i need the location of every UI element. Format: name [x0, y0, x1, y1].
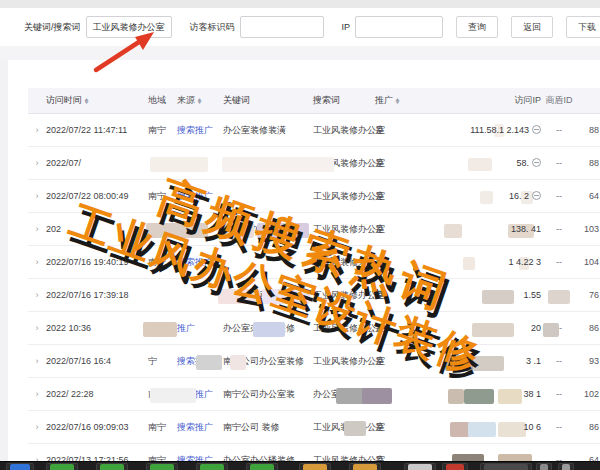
visit-time-cell: 2022/07/22 08:00:49 — [46, 191, 148, 201]
visit-ip-cell: 58. — [399, 158, 541, 168]
ip-filter-input[interactable] — [355, 16, 443, 38]
windows-taskbar[interactable] — [0, 461, 600, 470]
keyword-cell: 南宁公司 装修 — [223, 421, 313, 434]
column-header-source[interactable]: 来源▲▼ — [177, 94, 223, 107]
visitor-id-input[interactable] — [240, 16, 324, 38]
visit-time-cell: 2022/07/22 11:47:11 — [46, 125, 148, 135]
search-term-cell: 工业风装修办公室 — [313, 322, 375, 335]
shield-id-cell: -- — [541, 389, 577, 399]
promotion-cell: 是 — [375, 322, 399, 335]
visit-ip-cell: 16. 2 — [399, 191, 541, 201]
block-ip-icon[interactable] — [532, 125, 541, 134]
block-ip-icon[interactable] — [532, 158, 541, 167]
visit-time-cell: 202 — [46, 224, 148, 234]
source-link[interactable]: 搜索推广 — [177, 421, 223, 434]
promotion-cell: 是 — [375, 157, 399, 170]
search-term-cell: 工业风装修办公室 — [313, 157, 375, 170]
search-term-cell: 工业风装修办公室 — [313, 256, 375, 269]
promotion-cell: 是 — [375, 190, 399, 203]
folder-icon[interactable] — [353, 464, 377, 470]
query-button[interactable]: 查询 — [456, 16, 498, 38]
clipped-id-cell: 104 — [577, 257, 599, 267]
expand-row-icon[interactable]: › — [28, 191, 46, 201]
search-term-cell: 办公室 — [313, 388, 375, 401]
visits-table: 访问时间▲▼ 地域 来源▲▼ 关键词 搜索词 推广▲▼ 访问IP 商盾ID › … — [28, 88, 600, 470]
table-row: › 202 办公室办公楼装修 工业风装修办公室 是 138. 41 -- 103 — [28, 213, 600, 246]
sort-icon-source[interactable]: ▲▼ — [197, 98, 202, 104]
shield-id-cell: -- — [541, 356, 577, 366]
sort-icon-time[interactable]: ▲▼ — [84, 98, 89, 104]
source-link[interactable]: 搜索推广 — [177, 190, 223, 203]
column-header-time[interactable]: 访问时间▲▼ — [46, 94, 148, 107]
source-link[interactable]: 搜索推广 — [177, 355, 223, 368]
expand-row-icon[interactable]: › — [28, 389, 46, 399]
download-button[interactable]: 下载 — [566, 16, 600, 38]
promotion-cell: 是 — [375, 289, 399, 302]
shield-id-cell: -- — [541, 290, 577, 300]
tray-icon[interactable] — [540, 464, 548, 470]
app-icon-green[interactable] — [50, 464, 74, 470]
shield-id-cell: -- — [541, 125, 577, 135]
visitor-id-label: 访客标识码 — [190, 21, 235, 34]
app-icon-green[interactable] — [200, 464, 224, 470]
promotion-cell: 是 — [375, 388, 399, 401]
expand-row-icon[interactable]: › — [28, 356, 46, 366]
ie-icon[interactable] — [10, 464, 30, 470]
shield-id-cell: -- — [541, 158, 577, 168]
visit-time-cell: 2022 10:36 — [46, 323, 148, 333]
expand-row-icon[interactable]: › — [28, 224, 46, 234]
keyword-cell: 办公室装修装潢 — [223, 124, 313, 137]
promotion-cell: 是 — [375, 124, 399, 137]
visit-time-cell: 2022/07/16 19:40:19 — [46, 257, 148, 267]
page-left-gutter — [0, 60, 8, 462]
shield-id-cell: -- — [541, 224, 577, 234]
expand-row-icon[interactable]: › — [28, 323, 46, 333]
tray-icon[interactable] — [562, 464, 570, 470]
expand-row-icon[interactable]: › — [28, 158, 46, 168]
visit-ip-cell: 1.55 — [399, 290, 541, 300]
region-cell: 南宁 — [148, 388, 177, 401]
block-ip-icon[interactable] — [532, 191, 541, 200]
app-icon-red[interactable] — [446, 464, 464, 470]
region-cell: 南宁 — [148, 124, 177, 137]
promotion-cell: 是 — [375, 355, 399, 368]
source-link[interactable]: 搜索推广 — [177, 388, 223, 401]
source-link[interactable]: 搜索推广 — [177, 256, 223, 269]
source-link[interactable]: 推广 — [177, 322, 223, 335]
visit-ip-cell: 38 1 — [399, 389, 541, 399]
expand-row-icon[interactable]: › — [28, 257, 46, 267]
window-button[interactable] — [484, 464, 528, 470]
table-row: › 2022/07/16 16:4 宁 搜索推广 南宁公司办公室装修 工业风装修… — [28, 345, 600, 378]
expand-row-icon[interactable]: › — [28, 422, 46, 432]
search-term-cell: 工业风装修办公室 — [313, 355, 375, 368]
visit-time-cell: 2022/07/ — [46, 158, 148, 168]
clipped-id-cell: 102 — [577, 389, 599, 399]
keyword-filter-input[interactable] — [86, 16, 172, 38]
promotion-cell: 是 — [375, 421, 399, 434]
keyword-cell: 办公室办公楼装修 — [223, 322, 313, 335]
keyword-cell: 南宁公司办公室装修 — [223, 355, 313, 368]
region-cell: 南宁 — [148, 421, 177, 434]
folder-icon[interactable] — [303, 464, 327, 470]
ip-filter-label: IP — [342, 22, 351, 32]
source-link[interactable]: 搜索推广 — [177, 124, 223, 137]
table-row: › 2022/07/22 11:47:11 南宁 搜索推广 办公室装修装潢 工业… — [28, 114, 600, 147]
region-cell: 南宁 — [148, 256, 177, 269]
shield-id-cell: -- — [541, 422, 577, 432]
app-icon-green[interactable] — [250, 464, 274, 470]
promotion-cell: 是 — [375, 223, 399, 236]
column-header-search-term: 搜索词 — [313, 94, 375, 107]
expand-row-icon[interactable]: › — [28, 290, 46, 300]
region-cell: 宁 — [148, 355, 177, 368]
visit-time-cell: 2022/ 22:28 — [46, 389, 148, 399]
column-header-promotion[interactable]: 推广▲▼ — [375, 94, 399, 107]
visit-time-cell: 2022/07/16 16:4 — [46, 356, 148, 366]
column-header-visit-ip: 访问IP — [399, 94, 541, 107]
app-icon-gray[interactable] — [408, 464, 432, 470]
app-icon-green[interactable] — [150, 464, 174, 470]
search-term-cell: 工业风装修办公室 — [313, 289, 375, 302]
visit-ip-cell: 111.58.1 2.143 — [399, 125, 541, 135]
expand-row-icon[interactable]: › — [28, 125, 46, 135]
app-icon-green[interactable] — [100, 464, 124, 470]
back-button[interactable]: 返回 — [511, 16, 553, 38]
